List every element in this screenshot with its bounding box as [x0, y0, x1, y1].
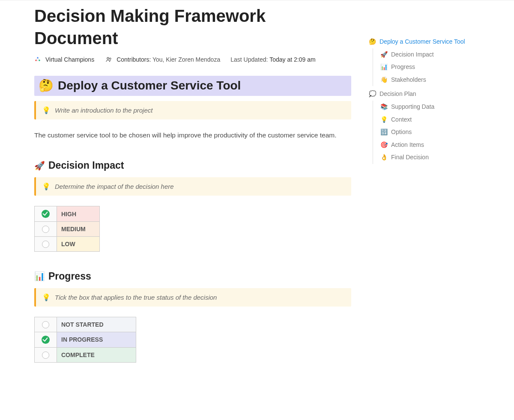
progress-callout: 💡 Tick the box that applies to the true …	[34, 288, 351, 307]
intro-tip: Write an introduction to the project	[55, 107, 152, 114]
checkmark-icon[interactable]	[42, 210, 50, 218]
progress-checkbox[interactable]	[35, 332, 57, 347]
bulb-icon: 💡	[42, 293, 51, 301]
impact-callout: 💡 Determine the impact of the decision h…	[34, 177, 351, 196]
toc-emoji-icon: 📊	[380, 63, 388, 71]
svg-point-1	[35, 60, 36, 61]
impact-checkbox[interactable]	[35, 237, 57, 252]
impact-heading: 🚀 Decision Impact	[34, 160, 351, 171]
radio-icon[interactable]	[42, 226, 49, 233]
toc-emoji-icon: 🤔	[368, 38, 376, 46]
toc-emoji-icon: 🚀	[380, 51, 388, 59]
toc-emoji-icon: 👋	[380, 76, 388, 84]
progress-title: Progress	[48, 271, 91, 282]
toc-sub-item[interactable]: 🚀Decision Impact	[380, 48, 488, 61]
thinking-emoji-icon: 🤔	[39, 78, 54, 92]
radio-icon[interactable]	[42, 241, 49, 248]
toc-label: Stakeholders	[391, 76, 426, 84]
toc-sidebar: 🤔Deploy a Customer Service Tool🚀Decision…	[360, 5, 488, 381]
toc-emoji-icon: 🔢	[380, 128, 388, 137]
contributors-value[interactable]: You, Kier Zoren Mendoza	[152, 56, 220, 63]
progress-table: NOT STARTEDIN PROGRESSCOMPLETE	[34, 317, 136, 363]
impact-option-label: LOW	[57, 237, 100, 252]
radio-icon[interactable]	[42, 321, 49, 328]
svg-point-3	[107, 57, 109, 59]
toc-label: Progress	[391, 63, 415, 71]
progress-option-label: COMPLETE	[57, 347, 136, 362]
updated-label: Last Updated:	[230, 56, 268, 63]
radio-icon[interactable]	[42, 351, 49, 359]
bulb-icon: 💡	[42, 106, 51, 114]
svg-point-4	[110, 58, 111, 59]
progress-tip: Tick the box that applies to the true st…	[55, 294, 217, 301]
updated-value: Today at 2:09 am	[269, 56, 315, 63]
toc-sub-item[interactable]: 🔢Options	[380, 126, 488, 139]
impact-option-label: HIGH	[57, 206, 100, 222]
table-row: MEDIUM	[35, 222, 100, 237]
toc-label: Deploy a Customer Service Tool	[380, 38, 465, 46]
toc-label: Decision Impact	[391, 51, 434, 59]
meta-row: Virtual Champions Contributors: You, Kie…	[34, 56, 351, 63]
toc-emoji-icon: 💭	[368, 90, 376, 98]
toc-label: Final Decision	[391, 153, 429, 162]
table-row: IN PROGRESS	[35, 332, 136, 347]
progress-heading: 📊 Progress	[34, 271, 351, 282]
project-banner: 🤔 Deploy a Customer Service Tool	[34, 76, 351, 96]
contributors-icon	[105, 56, 112, 63]
progress-checkbox[interactable]	[35, 347, 57, 362]
toc-root-item[interactable]: 🤔Deploy a Customer Service Tool	[368, 36, 488, 48]
intro-callout: 💡 Write an introduction to the project	[34, 101, 351, 119]
svg-point-2	[39, 60, 40, 61]
toc-sub-item[interactable]: 👋Stakeholders	[380, 74, 488, 86]
table-row: LOW	[35, 237, 100, 252]
toc-sub-item[interactable]: 📚Supporting Data	[380, 101, 488, 113]
rocket-icon: 🚀	[34, 161, 45, 171]
toc-label: Action Items	[391, 141, 424, 149]
checkmark-icon[interactable]	[42, 336, 50, 344]
impact-checkbox[interactable]	[35, 206, 57, 222]
main-content: Decision Making Framework Document Virtu…	[34, 5, 360, 381]
toc-emoji-icon: 📚	[380, 103, 388, 111]
impact-checkbox[interactable]	[35, 222, 57, 237]
progress-checkbox[interactable]	[35, 317, 57, 332]
project-title: Deploy a Customer Service Tool	[58, 79, 241, 92]
impact-title: Decision Impact	[48, 160, 124, 171]
impact-tip: Determine the impact of the decision her…	[55, 183, 174, 190]
toc-label: Options	[391, 128, 412, 137]
progress-option-label: NOT STARTED	[57, 317, 136, 332]
impact-option-label: MEDIUM	[57, 222, 100, 237]
table-row: HIGH	[35, 206, 100, 222]
toc-label: Context	[391, 116, 412, 124]
table-row: NOT STARTED	[35, 317, 136, 332]
toc-root-item[interactable]: 💭Decision Plan	[368, 88, 488, 101]
team-name[interactable]: Virtual Champions	[45, 56, 94, 63]
toc-sub-item[interactable]: 💡Context	[380, 113, 488, 126]
toc-sub-item[interactable]: 📊Progress	[380, 61, 488, 74]
toc-emoji-icon: 👌	[380, 153, 388, 162]
chart-icon: 📊	[34, 271, 45, 281]
svg-point-0	[37, 57, 38, 58]
toc-label: Supporting Data	[391, 103, 434, 111]
project-description[interactable]: The customer service tool to be chosen w…	[34, 130, 351, 141]
team-icon	[34, 56, 41, 63]
progress-option-label: IN PROGRESS	[57, 332, 136, 347]
toc-label: Decision Plan	[380, 90, 416, 98]
page-title: Decision Making Framework Document	[34, 5, 351, 49]
impact-table: HIGHMEDIUMLOW	[34, 206, 100, 252]
toc-emoji-icon: 💡	[380, 116, 388, 124]
bulb-icon: 💡	[42, 182, 51, 191]
toc-sub-item[interactable]: 👌Final Decision	[380, 151, 488, 164]
contributors-label: Contributors:	[117, 56, 151, 63]
toc-emoji-icon: 🎯	[380, 141, 388, 149]
toc-sub-item[interactable]: 🎯Action Items	[380, 139, 488, 152]
table-row: COMPLETE	[35, 347, 136, 362]
